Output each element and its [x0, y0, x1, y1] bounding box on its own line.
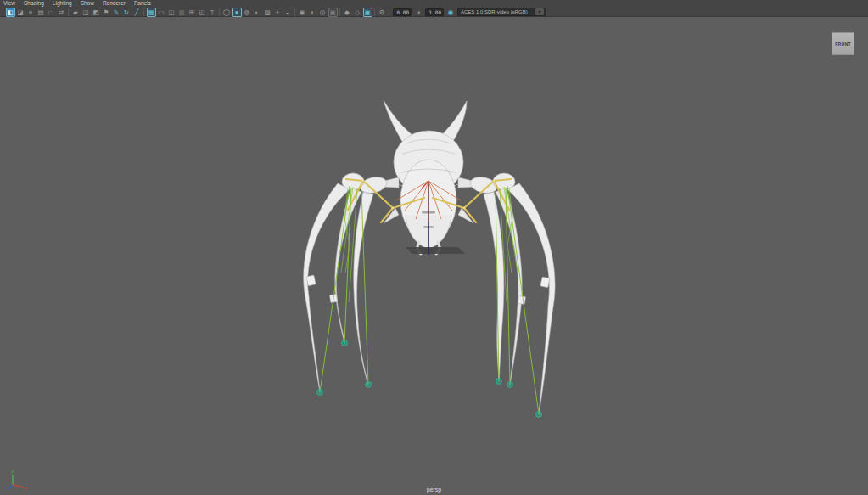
lock-camera-icon[interactable]: ◪ — [16, 8, 25, 17]
toolbar-separator — [294, 8, 295, 16]
rotate-view-icon[interactable]: ↻ — [122, 8, 132, 17]
smooth-shade-icon[interactable]: ● — [232, 8, 242, 17]
menu-shading[interactable]: Shading — [24, 0, 44, 7]
motion-trail-icon[interactable]: ◉ — [298, 8, 307, 17]
movie-camera-icon[interactable]: ▰ — [71, 8, 81, 17]
colorspace-value: ACES 1.0 SDR-video (sRGB) — [458, 9, 535, 14]
ambient-occlusion-icon[interactable]: ◒ — [283, 8, 293, 17]
gamma-input[interactable] — [425, 8, 444, 16]
playblast-icon[interactable]: ◫ — [81, 8, 91, 17]
xray-joints-icon[interactable]: ▣ — [363, 8, 372, 17]
xray-icon[interactable]: ▣ — [328, 8, 338, 17]
paint-effects-icon[interactable]: ◗ — [308, 8, 317, 17]
wireframe-icon[interactable]: ◯ — [222, 8, 232, 17]
rig-foot-handles[interactable] — [317, 340, 541, 417]
grease-pencil-icon[interactable]: ✎ — [112, 8, 121, 17]
panel-header: ViewShadingLightingShowRendererPanels ◧◪… — [0, 0, 868, 17]
toolbar-separator — [3, 8, 3, 16]
menu-bar: ViewShadingLightingShowRendererPanels — [0, 0, 868, 7]
axis-y-label: y — [11, 469, 14, 474]
snapshot-icon[interactable]: ◩ — [92, 8, 101, 17]
exposure-input[interactable] — [393, 8, 412, 16]
menu-show[interactable]: Show — [81, 0, 94, 7]
select-camera-icon[interactable]: ◧ — [6, 8, 15, 17]
bookmarks-icon[interactable]: ▤ — [36, 8, 46, 17]
shadows-icon[interactable]: ▨ — [263, 8, 272, 17]
two-d-pan-zoom-icon[interactable]: ⇄ — [57, 8, 66, 17]
textured-icon[interactable]: ◍ — [243, 8, 252, 17]
safe-title-icon[interactable]: T — [208, 8, 217, 17]
menu-view[interactable]: View — [3, 0, 15, 7]
camera-name-label: persp — [0, 487, 868, 492]
maya-viewport-panel: ViewShadingLightingShowRendererPanels ◧◪… — [0, 0, 868, 495]
use-all-lights-icon[interactable]: ◐ — [253, 8, 262, 17]
front-view-button[interactable]: FRONT — [832, 32, 854, 55]
film-gate-icon[interactable]: ▭ — [157, 8, 166, 17]
toolbar-separator — [68, 8, 69, 16]
grid-icon[interactable]: ▦ — [147, 8, 156, 17]
menu-lighting[interactable]: Lighting — [53, 0, 72, 7]
colorspace-dropdown[interactable]: ACES 1.0 SDR-video (sRGB) ▾ — [457, 8, 546, 16]
gate-mask-icon[interactable]: ▩ — [177, 8, 187, 17]
menu-renderer[interactable]: Renderer — [103, 0, 126, 7]
toolbar-separator — [374, 8, 375, 16]
menu-panels[interactable]: Panels — [134, 0, 151, 7]
contrast-icon[interactable]: ◑ — [414, 8, 423, 17]
display-settings-gear-icon[interactable]: ⚙ — [378, 8, 387, 17]
field-chart-icon[interactable]: ⊞ — [188, 8, 197, 17]
toolbar-separator — [219, 8, 220, 16]
toolbar-separator — [339, 8, 340, 16]
toolbar-separator — [389, 8, 389, 16]
viewport-3d[interactable]: FRONT y x persp — [0, 18, 868, 495]
default-light-icon[interactable]: + — [273, 8, 283, 17]
ik-handles-icon[interactable]: ◇ — [353, 8, 362, 17]
resolution-gate-icon[interactable]: ◫ — [167, 8, 176, 17]
safe-action-icon[interactable]: ◰ — [198, 8, 207, 17]
camera-attributes-icon[interactable]: ≡ — [26, 8, 36, 17]
chevron-down-icon: ▾ — [535, 8, 544, 15]
image-plane-icon[interactable]: ▭ — [47, 8, 56, 17]
toolbar-separator — [143, 8, 144, 16]
toolbar-icon-groups: ◧◪≡▤▭⇄▰◫◩⚑✎↻╱▦▭◫▩⊞◰T◯●◍◐▨+◒◉◗◎▣◆◇▣⚙ — [1, 8, 391, 17]
panel-toolbar: ◧◪≡▤▭⇄▰◫◩⚑✎↻╱▦▭◫▩⊞◰T◯●◍◐▨+◒◉◗◎▣◆◇▣⚙ ◑ ◉ … — [0, 7, 868, 17]
ground-plane — [406, 247, 465, 254]
wireframe-on-shaded-icon[interactable]: ◎ — [318, 8, 328, 17]
bookmark-flag-icon[interactable]: ⚑ — [102, 8, 111, 17]
measure-tool-icon[interactable]: ╱ — [132, 8, 142, 17]
color-management-icon[interactable]: ◉ — [446, 8, 456, 17]
joints-display-icon[interactable]: ◆ — [343, 8, 352, 17]
creature-model[interactable] — [0, 18, 868, 495]
